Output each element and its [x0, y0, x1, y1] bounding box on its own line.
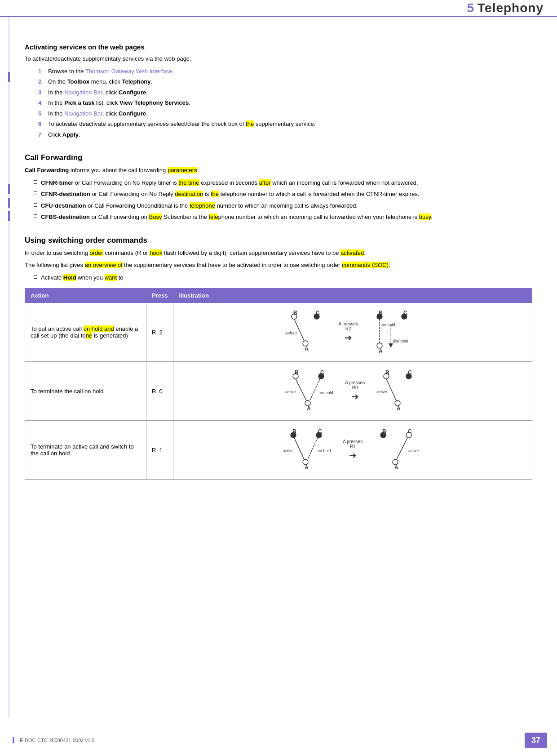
bullet-cfnr-dest: CFNR-destination or Call Forwarding on N…	[34, 190, 532, 199]
step-2: 2 On the Toolbox menu, click Telephony.	[38, 77, 532, 86]
chapter-number: 5	[467, 1, 474, 15]
row3-action: To terminate an active call and switch t…	[25, 421, 146, 480]
svg-text:active: active	[285, 330, 297, 335]
step-3-link: Navigation Bar	[64, 89, 102, 96]
svg-text:B: B	[379, 310, 383, 316]
svg-text:C: C	[403, 310, 407, 316]
bullet-4-text: CFBS-destination or Call Forwarding on B…	[41, 213, 433, 222]
footer-doc-id: E-DOC-CTC-20080421-0002 v1.0	[20, 738, 94, 743]
margin-indicator-1	[8, 72, 10, 82]
bullet-3-text: CFU-destination or Call Forwarding Uncon…	[41, 201, 358, 210]
main-content: Activating services on the web pages To …	[0, 17, 557, 516]
section3-bullets: Activate Hold when you want to	[34, 273, 532, 282]
svg-text:C: C	[316, 310, 320, 316]
step-1: 1 Browse to the Thomson Gateway Web Inte…	[38, 67, 532, 76]
section3-para2: The following list gives an overview of …	[25, 261, 532, 270]
step-6-text: To activate/ deactivate supplementary se…	[48, 120, 315, 129]
svg-text:active: active	[285, 390, 296, 394]
table-row-3: To terminate an active call and switch t…	[25, 421, 532, 480]
step-7-num: 7	[38, 130, 44, 139]
arrow-icon-row3: ➔	[349, 450, 357, 461]
svg-text:active: active	[408, 449, 419, 453]
th-action: Action	[25, 289, 146, 303]
step-3-text: In the Navigation Bar, click Configure.	[48, 88, 148, 97]
svg-text:C: C	[408, 428, 412, 435]
bullet-icon-2	[34, 191, 37, 195]
svg-text:C: C	[318, 428, 322, 435]
left-margin-bar	[8, 17, 10, 718]
svg-line-35	[386, 379, 396, 400]
bullet-icon-4	[34, 214, 37, 218]
row2-press: R, 0	[146, 362, 173, 421]
svg-text:B: B	[382, 428, 386, 435]
illus-row2: B C A active on hold	[179, 366, 526, 416]
step-4-num: 4	[38, 98, 44, 107]
step-7-text: Click Apply.	[48, 130, 80, 139]
bullet-hold-text: Activate Hold when you want to	[41, 273, 124, 282]
diag-row2-right: B C A active	[373, 366, 422, 416]
step-7: 7 Click Apply.	[38, 130, 532, 139]
step-6-num: 6	[38, 120, 44, 129]
step-4: 4 In the Pick a task list, click View Te…	[38, 98, 532, 107]
svg-line-25	[296, 379, 306, 400]
svg-text:A: A	[305, 464, 309, 471]
row3-press: R, 1	[146, 421, 173, 480]
svg-text:dial tone: dial tone	[393, 339, 408, 343]
diag-row1-right: B C A on hold	[366, 307, 424, 357]
svg-line-53	[397, 438, 407, 459]
row2-illustration: B C A active on hold	[173, 362, 532, 421]
step-3-num: 3	[38, 88, 44, 97]
step-1-link: Thomson Gateway Web Interface	[85, 68, 172, 75]
margin-indicator-3	[8, 198, 10, 208]
svg-text:active: active	[283, 449, 294, 453]
section-call-forwarding: Call Forwarding Call Forwarding informs …	[25, 153, 532, 222]
step-3: 3 In the Navigation Bar, click Configure…	[38, 88, 532, 97]
arrow-icon-row2: ➔	[351, 391, 359, 402]
svg-text:A: A	[307, 405, 311, 412]
step-5: 5 In the Navigation Bar, click Configure…	[38, 109, 532, 118]
section2-heading: Call Forwarding	[25, 153, 532, 162]
section1-intro: To activate/deactivate supplementary ser…	[25, 54, 532, 63]
footer-left: E-DOC-CTC-20080421-0002 v1.0	[13, 737, 94, 743]
arrow-label-row3: A pressesR1	[343, 439, 362, 449]
step-5-link: Navigation Bar	[64, 110, 102, 117]
svg-line-43	[294, 438, 304, 459]
section1-heading: Activating services on the web pages	[25, 43, 532, 51]
illus-row3: B C A active on hold	[179, 425, 526, 475]
footer-bar-icon	[13, 737, 14, 743]
svg-text:B: B	[295, 369, 299, 376]
row2-action: To terminate the call on hold	[25, 362, 146, 421]
page-header: 5 Telephony	[0, 0, 557, 17]
th-press: Press	[146, 289, 173, 303]
arrow-label-row1: A pressesR2	[338, 321, 358, 331]
svg-text:B: B	[385, 369, 389, 376]
diag-row3-right: B C A active	[371, 425, 424, 475]
svg-text:C: C	[320, 369, 324, 376]
arrow-row3: A pressesR1 ➔	[343, 439, 362, 461]
svg-text:active: active	[376, 390, 387, 394]
step-1-text: Browse to the Thomson Gateway Web Interf…	[48, 67, 174, 76]
th-illustration: Illustration	[173, 289, 532, 303]
bullet-cfnr-timer: CFNR-timer or Call Forwarding on No Repl…	[34, 178, 532, 187]
svg-text:B: B	[292, 428, 296, 435]
svg-text:A: A	[379, 348, 383, 354]
bullet-icon-1	[34, 180, 37, 184]
switching-table: Action Press Illustration To put an acti…	[25, 288, 532, 480]
table-row-2: To terminate the call on hold R, 0 B C	[25, 362, 532, 421]
section1-steps: 1 Browse to the Thomson Gateway Web Inte…	[38, 67, 532, 139]
svg-text:A: A	[394, 464, 398, 471]
svg-text:on hold: on hold	[318, 449, 331, 453]
svg-line-6	[294, 319, 304, 341]
row1-action: To put an active call on hold and enable…	[25, 303, 146, 362]
step-4-text: In the Pick a task list, click View Tele…	[48, 98, 190, 107]
section3-para1: In order to use switching order commands…	[25, 249, 532, 258]
svg-marker-17	[389, 343, 393, 348]
bullet-cfu-dest: CFU-destination or Call Forwarding Uncon…	[34, 201, 532, 210]
bullet-icon-hold	[34, 275, 37, 279]
arrow-icon-row1: ➔	[345, 332, 352, 343]
row3-illustration: B C A active on hold	[173, 421, 532, 480]
svg-text:on hold: on hold	[320, 391, 333, 395]
table-row-1: To put an active call on hold and enable…	[25, 303, 532, 362]
svg-text:on hold: on hold	[382, 323, 395, 327]
margin-indicator-2	[8, 184, 10, 194]
